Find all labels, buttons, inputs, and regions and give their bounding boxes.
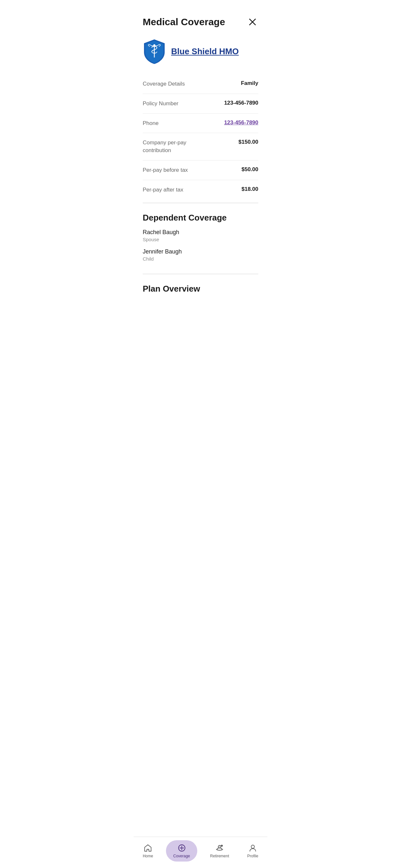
plan-overview-section: Plan Overview: [134, 277, 267, 297]
section-divider-2: [143, 274, 258, 274]
dependent-name-rachel: Rachel Baugh: [143, 228, 258, 236]
dependent-item-jennifer: Jennifer Baugh Child: [143, 248, 258, 261]
detail-row-coverage: Coverage Details Family: [143, 74, 258, 94]
plan-name[interactable]: Blue Shield HMO: [171, 46, 239, 57]
detail-label-before-tax: Per-pay before tax: [143, 166, 242, 174]
detail-row-policy: Policy Number 123-456-7890: [143, 94, 258, 114]
detail-value-coverage: Family: [241, 80, 258, 87]
detail-value-after-tax: $18.00: [242, 186, 258, 192]
detail-label-company-contribution: Company per-paycontribution: [143, 139, 239, 154]
dependent-relation-rachel: Spouse: [143, 237, 258, 242]
detail-label-phone: Phone: [143, 120, 224, 127]
details-section: Coverage Details Family Policy Number 12…: [134, 74, 267, 199]
section-divider-1: [143, 203, 258, 203]
detail-value-before-tax: $50.00: [242, 166, 258, 173]
blue-shield-logo: ®: [143, 39, 166, 65]
dependent-section: Dependent Coverage Rachel Baugh Spouse J…: [134, 206, 267, 271]
dependent-relation-jennifer: Child: [143, 256, 258, 261]
content-area: Medical Coverage: [134, 0, 267, 326]
detail-value-phone[interactable]: 123-456-7890: [224, 120, 258, 126]
detail-value-company-contribution: $150.00: [239, 139, 258, 145]
page-title: Medical Coverage: [143, 16, 225, 28]
svg-text:®: ®: [160, 60, 162, 63]
detail-row-company-contribution: Company per-paycontribution $150.00: [143, 133, 258, 160]
detail-label-after-tax: Per-pay after tax: [143, 186, 242, 194]
detail-label-policy: Policy Number: [143, 100, 224, 107]
page-container: Medical Coverage: [134, 0, 267, 326]
header: Medical Coverage: [134, 0, 267, 35]
detail-value-policy: 123-456-7890: [224, 100, 258, 106]
dependent-item-rachel: Rachel Baugh Spouse: [143, 228, 258, 242]
dependent-name-jennifer: Jennifer Baugh: [143, 248, 258, 255]
plan-info: ® Blue Shield HMO: [134, 35, 267, 74]
dependent-coverage-title: Dependent Coverage: [143, 213, 258, 223]
detail-label-coverage: Coverage Details: [143, 80, 241, 88]
svg-point-4: [153, 44, 155, 46]
close-button[interactable]: [247, 16, 258, 29]
plan-overview-title: Plan Overview: [143, 284, 258, 294]
detail-row-before-tax: Per-pay before tax $50.00: [143, 160, 258, 180]
detail-row-phone: Phone 123-456-7890: [143, 114, 258, 133]
detail-row-after-tax: Per-pay after tax $18.00: [143, 180, 258, 199]
